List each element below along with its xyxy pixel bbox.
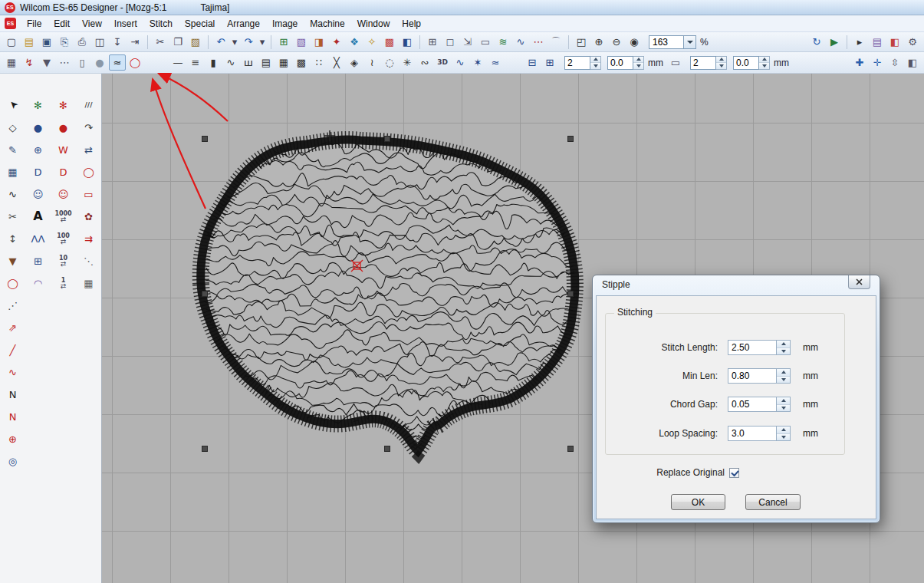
polygon-select-tool[interactable]: ◇ xyxy=(4,119,22,136)
print-preview-icon[interactable]: ◫ xyxy=(91,34,108,50)
colorway-editor-icon[interactable]: ◧ xyxy=(886,34,903,50)
buggy-tool[interactable]: ⊞ xyxy=(29,252,48,269)
pull-comp-icon[interactable]: ▼ xyxy=(38,54,55,71)
stitch-length-spinner[interactable] xyxy=(777,340,791,355)
ripple-fill-icon[interactable]: ∾ xyxy=(416,54,433,71)
e-stitch-icon[interactable]: ш xyxy=(240,54,257,71)
run-length-1[interactable]: 1⇄ xyxy=(54,275,73,292)
replace-original-checkbox[interactable] xyxy=(729,468,739,478)
redo-dropdown-icon[interactable]: ▾ xyxy=(258,34,267,50)
spin-down-icon[interactable] xyxy=(777,434,790,441)
stem-stitch-tool[interactable]: ∿ xyxy=(4,364,22,380)
menu-view[interactable]: View xyxy=(76,16,108,31)
select-tool[interactable]: ➤ xyxy=(0,93,25,118)
spin-up-icon[interactable] xyxy=(633,57,643,64)
magic-wand-icon[interactable]: ✧ xyxy=(363,34,380,50)
loop-spacing-spinner[interactable] xyxy=(777,426,791,441)
menu-file[interactable]: File xyxy=(21,16,48,31)
spin-down-icon[interactable] xyxy=(777,377,790,384)
spiral-stitch-icon[interactable]: ◌ xyxy=(381,54,398,71)
ruler-small-icon[interactable]: ▭ xyxy=(667,54,684,71)
save-design-icon[interactable]: ▣ xyxy=(38,34,55,50)
zigzag-red-tool[interactable]: W xyxy=(54,141,73,158)
stitch-length-input[interactable] xyxy=(728,340,777,355)
auto-underlay-icon[interactable]: ↯ xyxy=(21,54,38,71)
measure-ruler-icon[interactable]: ⇲ xyxy=(459,34,476,50)
selection-handle[interactable] xyxy=(385,446,390,452)
stitch-spacing-input[interactable] xyxy=(607,56,633,70)
wave-effect-icon[interactable]: ∿ xyxy=(452,54,469,71)
selection-handle[interactable] xyxy=(202,137,208,142)
zoom-in-icon[interactable]: ⊕ xyxy=(590,34,607,50)
closed-shape-red-tool[interactable]: ● xyxy=(54,119,73,136)
color-blend-icon[interactable]: ◧ xyxy=(399,34,416,50)
zoom-fit-icon[interactable]: ◉ xyxy=(626,34,643,50)
design-canvas[interactable]: Stipple Stitching Stitch Length: mm Min … xyxy=(102,74,924,583)
selection-handle[interactable] xyxy=(568,446,574,452)
paste-icon[interactable]: ▨ xyxy=(187,34,204,50)
close-button[interactable] xyxy=(848,275,870,289)
write-disk-icon[interactable]: ⎘ xyxy=(56,34,73,50)
tatami-icon[interactable]: ▤ xyxy=(258,54,275,71)
selection-handle[interactable] xyxy=(202,292,208,297)
closed-loop-icon[interactable]: ◯ xyxy=(127,54,143,71)
undo-dropdown-icon[interactable]: ▾ xyxy=(230,34,239,50)
spin-up-icon[interactable] xyxy=(777,369,790,377)
auto-spacing-box[interactable] xyxy=(564,56,601,70)
run-length-100[interactable]: 100⇄ xyxy=(54,230,73,247)
menu-image[interactable]: Image xyxy=(266,16,304,31)
star-effect-icon[interactable]: ✶ xyxy=(469,54,486,71)
spin-up-icon[interactable] xyxy=(716,57,726,64)
hatch-tool[interactable]: /// xyxy=(80,97,98,114)
stipple-run-icon[interactable]: ≈ xyxy=(109,54,126,71)
cancel-button[interactable]: Cancel xyxy=(745,494,801,510)
closed-shape-blue-tool[interactable]: ● xyxy=(29,119,48,136)
menu-help[interactable]: Help xyxy=(396,16,427,31)
triple-run-tool[interactable]: ⇗ xyxy=(4,319,22,336)
contour-stitch-icon[interactable]: ≀ xyxy=(363,54,380,71)
stitch-length-box[interactable] xyxy=(733,56,770,70)
menu-stitch[interactable]: Stitch xyxy=(143,16,179,31)
menu-insert[interactable]: Insert xyxy=(108,16,143,31)
stitch-player-icon[interactable]: ▸ xyxy=(851,34,868,50)
travel-points-icon[interactable]: ⋯ xyxy=(56,54,73,71)
portfolio-icon[interactable]: ◨ xyxy=(311,34,327,50)
new-design-icon[interactable]: ▢ xyxy=(3,34,20,50)
mirror-tool[interactable]: ⇄ xyxy=(80,141,98,158)
chord-gap-input[interactable] xyxy=(728,397,777,412)
penetration-tool[interactable]: ⊕ xyxy=(4,430,22,447)
fancy-fill-icon[interactable]: ◈ xyxy=(346,54,363,71)
redo-icon[interactable]: ↷ xyxy=(240,34,257,50)
app-icon[interactable]: ES xyxy=(5,18,16,29)
selection-handle[interactable] xyxy=(568,137,574,142)
back-stitch-tool[interactable]: ╱ xyxy=(4,341,22,358)
spin-down-icon[interactable] xyxy=(759,63,769,69)
motif-fill-icon[interactable]: ∷ xyxy=(311,54,327,71)
needle-points-icon[interactable]: ⋯ xyxy=(530,34,547,50)
three-d-icon[interactable]: 3D xyxy=(434,54,451,71)
pattern-stamp-tool[interactable]: ▦ xyxy=(80,275,98,292)
compass-tool[interactable]: ⊕ xyxy=(29,141,48,158)
pan-icon[interactable]: ⇳ xyxy=(886,54,903,71)
stitch-spacing-box[interactable] xyxy=(607,56,644,70)
reshape-tool[interactable]: ✎ xyxy=(4,141,22,158)
copy-icon[interactable]: ❐ xyxy=(169,34,186,50)
freehand-draw-tool[interactable]: ✻ xyxy=(29,97,48,114)
spin-down-icon[interactable] xyxy=(777,348,790,355)
monogram-tool[interactable]: ΛΛ xyxy=(29,230,48,247)
spin-down-icon[interactable] xyxy=(633,63,643,69)
rectangle-outline-tool[interactable]: ▭ xyxy=(80,186,98,203)
radial-fill-icon[interactable]: ✳ xyxy=(399,54,416,71)
menu-special[interactable]: Special xyxy=(179,16,221,31)
loop-spacing-input[interactable] xyxy=(728,426,777,441)
open-design-icon[interactable]: ▤ xyxy=(21,34,38,50)
move-design-icon[interactable]: ✛ xyxy=(869,54,886,71)
spin-down-icon[interactable] xyxy=(716,63,726,69)
min-length-input[interactable] xyxy=(728,368,777,384)
spin-up-icon[interactable] xyxy=(777,341,790,348)
arc-tool[interactable]: ↷ xyxy=(80,119,98,136)
circle-object-icon[interactable]: ● xyxy=(91,54,108,71)
spin-down-icon[interactable] xyxy=(777,405,790,412)
options-icon[interactable]: ⚙ xyxy=(904,34,921,50)
hoop-icon[interactable]: ◻ xyxy=(442,34,459,50)
